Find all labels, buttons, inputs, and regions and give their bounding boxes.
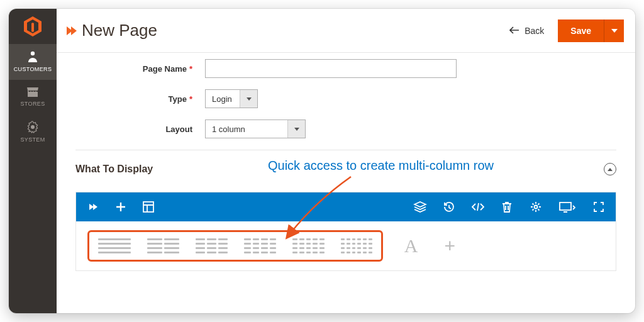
content-editor: A + [75,192,616,271]
layout-3col-button[interactable] [196,238,228,253]
sidebar-item-label: CUSTOMERS [10,66,55,72]
sidebar-item-system[interactable]: SYSTEM [9,114,57,150]
type-select[interactable]: Login [205,89,258,108]
layout-select[interactable]: 1 column [205,119,306,138]
type-select-value: Login [206,90,240,108]
sidebar-item-label: STORES [10,101,55,107]
arrow-left-icon [509,26,519,36]
svg-rect-2 [143,202,153,212]
layout-select-value: 1 column [206,120,287,138]
trash-icon[interactable] [499,199,515,215]
layout-1col-button[interactable] [98,238,131,253]
admin-sidebar: CUSTOMERS STORES SYSTEM [9,9,57,313]
save-button[interactable]: Save [558,19,604,42]
history-icon[interactable] [441,199,457,215]
layout-5col-button[interactable] [292,238,325,253]
person-icon [10,50,55,63]
collapse-toggle[interactable] [604,163,616,175]
layers-icon[interactable] [412,199,428,215]
fullscreen-icon[interactable] [591,199,607,215]
layout-button[interactable] [140,199,157,215]
layout-presets-row: A + [76,221,616,270]
layout-6col-button[interactable] [341,238,372,253]
save-button-group: Save [558,19,624,42]
chevron-down-icon [287,120,305,138]
layout-4col-button[interactable] [244,238,276,253]
store-icon [10,86,55,97]
layout-2col-button[interactable] [147,238,179,253]
svg-rect-4 [560,203,571,210]
viewport-icon[interactable] [557,199,578,215]
chevron-down-icon [240,90,257,108]
sidebar-item-customers[interactable]: CUSTOMERS [9,44,57,80]
page-name-input[interactable] [205,59,457,78]
insert-text-button[interactable]: A [404,235,418,257]
sidebar-item-stores[interactable]: STORES [9,80,57,114]
svg-point-3 [535,206,538,209]
section-header: What To Display [57,150,635,180]
editor-logo-icon [85,199,101,215]
magento-logo [9,9,57,44]
sidebar-item-label: SYSTEM [10,136,55,143]
code-icon[interactable] [470,199,486,215]
breadcrumb-chevrons-icon [67,26,75,35]
page-title: New Page [82,21,157,40]
annotation-highlight-box [87,230,383,262]
svg-point-1 [31,125,35,129]
page-header: New Page Back Save [57,9,635,53]
section-title: What To Display [75,164,153,175]
save-dropdown-toggle[interactable] [604,19,624,42]
editor-toolbar [76,192,616,221]
type-label: Type* [75,94,205,104]
back-label: Back [525,26,544,36]
page-name-label: Page Name* [75,64,205,74]
insert-element-button[interactable]: + [444,235,455,257]
add-element-button[interactable] [113,199,129,215]
layout-label: Layout [75,125,205,134]
svg-point-0 [31,52,35,55]
settings-icon[interactable] [528,199,544,215]
back-button[interactable]: Back [503,22,550,40]
gear-icon [10,121,55,133]
page-form: Page Name* Type* Login Layout 1 column [57,53,635,150]
